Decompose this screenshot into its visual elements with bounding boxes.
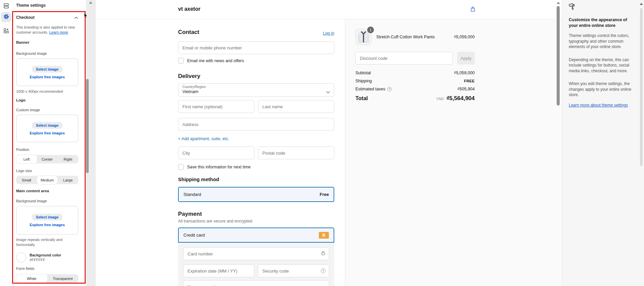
quantity-badge: 1	[367, 27, 374, 33]
chevron-down-icon	[326, 89, 330, 95]
sections-icon	[3, 3, 9, 10]
email-input[interactable]	[178, 41, 334, 54]
sidebar-scrollbar-thumb[interactable]	[86, 79, 89, 173]
total-row: Total VND ₫5,564,904	[355, 95, 475, 102]
shipping-method-price: Free	[320, 192, 329, 197]
delivery-heading: Delivery	[178, 73, 334, 80]
subtotal-row: Subtotal ₫5,059,000	[355, 71, 475, 76]
security-code-input[interactable]	[258, 264, 329, 277]
card-number-input[interactable]	[183, 247, 329, 260]
total-label: Total	[355, 95, 368, 101]
editor-icon-rail	[0, 0, 12, 286]
shipping-method-name: Standard	[183, 192, 201, 197]
checkout-form-column: Contact Log in Email me with news and of…	[178, 19, 334, 286]
info-panel-heading: Customize the appearance of your entire …	[569, 17, 635, 29]
address-input[interactable]	[178, 118, 334, 131]
sidebar-title: Theme settings	[12, 0, 86, 11]
logo-size-option-large[interactable]: Large	[57, 176, 78, 184]
banner-image-picker: Select image Explore free images	[16, 58, 78, 86]
form-fields-option-transparent[interactable]: Transparent	[47, 274, 79, 283]
repeat-hint: Image repeats vertically and horizontall…	[16, 237, 78, 247]
subtotal-value: ₫5,059,000	[454, 71, 475, 76]
scroll-up-arrow-icon[interactable]	[89, 1, 92, 4]
checkout-section-header[interactable]: Checkout	[16, 14, 78, 21]
select-image-button[interactable]: Select image	[32, 122, 62, 129]
explore-free-images-link[interactable]: Explore free images	[30, 131, 65, 135]
logo-size-option-small[interactable]: Small	[16, 176, 37, 184]
security-code-help-icon[interactable]: ?	[321, 269, 326, 273]
save-info-checkbox[interactable]	[178, 164, 184, 170]
shipping-label: Shipping	[355, 79, 372, 84]
apply-discount-button[interactable]: Apply	[457, 52, 475, 65]
custom-image-label: Custom image	[16, 108, 78, 112]
first-name-input[interactable]	[178, 100, 254, 113]
theme-settings-sidebar: Theme settings Checkout This branding is…	[12, 0, 86, 286]
app-embeds-tab[interactable]	[1, 26, 11, 36]
city-input[interactable]	[178, 147, 254, 159]
country-select-value: Vietnam	[182, 89, 330, 94]
country-select[interactable]: Country/Region Vietnam	[178, 83, 334, 97]
theme-editor-window: Theme settings Checkout This branding is…	[0, 0, 644, 286]
payment-heading: Payment	[178, 210, 334, 217]
form-fields-label: Form fields	[16, 267, 78, 271]
postal-code-input[interactable]	[258, 147, 334, 159]
theme-settings-tab[interactable]	[1, 12, 11, 22]
country-select-label: Country/Region	[182, 85, 330, 89]
info-paragraph: When you edit theme settings, the change…	[569, 81, 635, 98]
checkout-section-title: Checkout	[16, 15, 35, 20]
banner-size-hint: 1000 x 400px recommended	[16, 89, 78, 94]
position-segmented-control: Left Center Right	[16, 155, 78, 163]
contact-heading: Contact	[178, 29, 199, 36]
info-scrollbar-thumb[interactable]	[640, 8, 643, 166]
name-on-card-input[interactable]	[183, 280, 329, 286]
main-content-heading: Main content area	[16, 189, 78, 193]
explore-free-images-link[interactable]: Explore free images	[30, 223, 65, 227]
logo-size-label: Logo size	[16, 169, 78, 173]
taxes-label: Estimated taxes	[355, 87, 385, 92]
select-image-button[interactable]: Select image	[32, 214, 62, 220]
shipping-option-standard[interactable]: Standard Free	[178, 187, 334, 202]
taxes-row: Estimated taxes? ₫505,904	[355, 87, 475, 92]
cart-line-item: 1 Stretch Cuff Cotton Work Pants ₫5,059,…	[355, 29, 475, 45]
select-image-button[interactable]: Select image	[32, 66, 62, 73]
banner-heading: Banner	[16, 40, 78, 45]
color-swatch[interactable]	[16, 252, 26, 262]
payment-option-credit-card[interactable]: Credit card B	[178, 228, 334, 243]
banner-image-label: Background image	[16, 51, 78, 56]
payment-subheading: All transactions are secure and encrypte…	[178, 219, 334, 223]
shipping-method-heading: Shipping method	[178, 176, 334, 183]
scroll-up-arrow-icon[interactable]	[557, 2, 560, 4]
news-checkbox[interactable]	[178, 58, 184, 64]
last-name-input[interactable]	[258, 100, 334, 113]
position-option-center[interactable]: Center	[37, 155, 58, 163]
chevron-up-icon[interactable]	[74, 14, 78, 21]
preview-scrollbar	[556, 0, 560, 286]
background-color-label: Background color	[30, 253, 61, 257]
subtotal-label: Subtotal	[355, 71, 371, 76]
form-fields-option-white[interactable]: White	[16, 274, 47, 283]
expiration-date-input[interactable]	[183, 264, 254, 277]
taxes-help-icon[interactable]: ?	[387, 87, 392, 91]
background-color-value: #FFFFFF	[30, 257, 61, 262]
preview-scrollbar-thumb[interactable]	[557, 6, 560, 106]
add-apartment-link[interactable]: + Add apartment, suite, etc.	[178, 136, 229, 141]
logo-image-picker: Select image Explore free images	[16, 115, 78, 142]
discount-row: Apply	[355, 52, 475, 65]
shipping-value: FREE	[464, 79, 475, 84]
paint-roller-icon	[568, 2, 577, 13]
currency-code: VND	[436, 97, 444, 101]
sections-tab[interactable]	[1, 1, 11, 11]
scroll-up-arrow-icon[interactable]	[640, 3, 643, 5]
discount-code-input[interactable]	[355, 52, 453, 65]
learn-more-theme-settings-link[interactable]: Learn more about theme settings	[569, 103, 628, 108]
checkout-preview-pane: vt axetor Contact Log in Email me with n…	[96, 0, 562, 286]
explore-free-images-link[interactable]: Explore free images	[30, 75, 65, 79]
logo-size-option-medium[interactable]: Medium	[37, 176, 58, 184]
logo-heading: Logo	[16, 98, 78, 103]
login-link[interactable]: Log in	[323, 31, 334, 36]
cart-bag-icon[interactable]	[470, 6, 476, 14]
position-option-left[interactable]: Left	[16, 155, 37, 163]
theme-settings-info-panel: Customize the appearance of your entire …	[562, 0, 644, 286]
position-option-right[interactable]: Right	[57, 155, 78, 163]
learn-more-link[interactable]: Learn more	[49, 30, 68, 34]
